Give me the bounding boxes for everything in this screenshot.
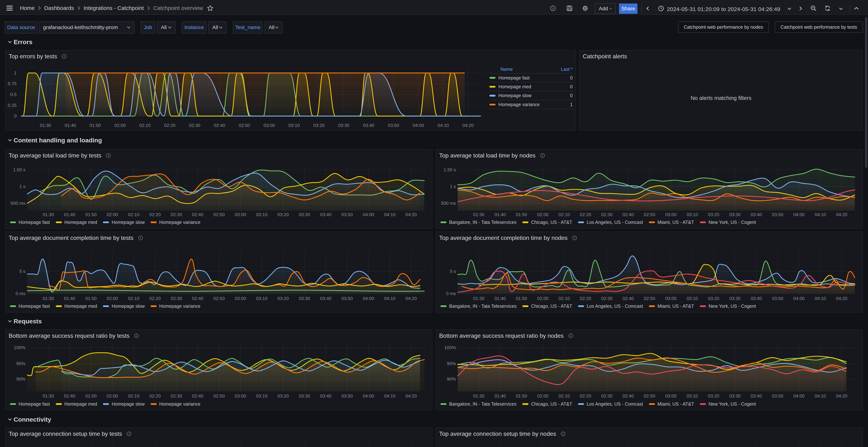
svg-text:01:50: 01:50 [516,393,527,399]
svg-text:01:30: 01:30 [42,393,54,399]
svg-text:0.25: 0.25 [8,103,17,108]
svg-text:01:40: 01:40 [494,296,506,301]
svg-text:01:30: 01:30 [473,393,485,399]
svg-text:03:30: 03:30 [730,393,741,399]
svg-text:01:30: 01:30 [40,123,51,128]
svg-text:0.75: 0.75 [8,81,17,86]
svg-text:03:20: 03:20 [278,212,289,217]
svg-text:0.5: 0.5 [10,92,17,97]
svg-text:04:00: 04:00 [363,212,374,217]
svg-text:04:20: 04:20 [836,296,847,301]
svg-text:03:00: 03:00 [264,123,275,128]
svg-text:02:20: 02:20 [580,212,591,217]
svg-text:03:50: 03:50 [341,212,353,217]
svg-text:02:30: 02:30 [171,212,182,217]
svg-text:02:40: 02:40 [623,296,634,301]
svg-text:02:40: 02:40 [623,212,634,217]
svg-text:04:20: 04:20 [836,212,847,217]
svg-text:01:50: 01:50 [85,393,97,399]
svg-text:04:10: 04:10 [384,212,396,217]
svg-text:0: 0 [14,113,17,118]
svg-text:01:50: 01:50 [85,212,97,217]
svg-text:1: 1 [14,70,17,75]
svg-text:03:30: 03:30 [299,212,310,217]
svg-text:04:10: 04:10 [815,212,826,217]
svg-text:02:40: 02:40 [214,123,225,128]
svg-text:03:40: 03:40 [320,212,332,217]
svg-text:03:50: 03:50 [341,296,353,301]
svg-text:02:20: 02:20 [149,212,161,217]
svg-text:500 ms: 500 ms [441,201,456,206]
svg-text:01:50: 01:50 [516,296,527,301]
svg-text:02:30: 02:30 [601,212,613,217]
svg-text:01:30: 01:30 [42,212,54,217]
svg-text:03:10: 03:10 [256,296,268,301]
svg-text:01:30: 01:30 [42,296,54,301]
svg-text:04:20: 04:20 [836,393,847,399]
svg-text:03:50: 03:50 [772,393,783,399]
svg-text:03:30: 03:30 [299,393,310,399]
svg-text:02:20: 02:20 [580,393,591,399]
svg-text:95%: 95% [447,361,456,366]
svg-text:02:10: 02:10 [558,212,570,217]
svg-text:01:40: 01:40 [494,212,506,217]
svg-text:03:40: 03:40 [750,212,762,217]
svg-text:5 s: 5 s [450,269,456,274]
svg-text:02:30: 02:30 [189,123,200,128]
svg-text:02:20: 02:20 [580,296,591,301]
svg-text:03:40: 03:40 [320,393,332,399]
svg-text:500 ms: 500 ms [10,201,25,206]
svg-text:03:30: 03:30 [730,212,741,217]
svg-text:03:20: 03:20 [708,296,719,301]
svg-text:04:00: 04:00 [793,393,805,399]
svg-text:04:10: 04:10 [815,393,826,399]
svg-text:01:40: 01:40 [494,393,506,399]
svg-text:02:00: 02:00 [106,296,118,301]
svg-text:02:10: 02:10 [128,296,140,301]
svg-text:1 s: 1 s [450,184,456,189]
svg-text:03:20: 03:20 [708,393,719,399]
svg-text:04:10: 04:10 [437,123,449,128]
svg-text:02:40: 02:40 [192,393,204,399]
svg-text:02:00: 02:00 [537,212,549,217]
svg-text:03:20: 03:20 [278,296,289,301]
svg-text:5 s: 5 s [19,269,25,274]
svg-text:03:00: 03:00 [665,296,677,301]
svg-text:03:20: 03:20 [313,123,324,128]
svg-text:90%: 90% [17,377,25,381]
svg-text:04:10: 04:10 [384,393,396,399]
svg-text:02:10: 02:10 [139,123,151,128]
svg-text:02:10: 02:10 [558,393,570,399]
svg-text:03:30: 03:30 [338,123,349,128]
svg-text:95%: 95% [17,361,25,366]
svg-text:03:10: 03:10 [687,212,698,217]
svg-text:02:30: 02:30 [601,393,613,399]
svg-text:02:20: 02:20 [149,393,161,399]
svg-text:01:30: 01:30 [473,212,485,217]
svg-text:03:00: 03:00 [665,212,677,217]
svg-text:01:30: 01:30 [473,296,485,301]
svg-text:02:50: 02:50 [213,212,225,217]
svg-text:04:00: 04:00 [413,123,424,128]
svg-text:01:50: 01:50 [85,296,97,301]
svg-text:03:40: 03:40 [750,296,762,301]
svg-text:04:00: 04:00 [363,393,374,399]
svg-text:01:40: 01:40 [64,393,75,399]
svg-text:03:10: 03:10 [687,393,698,399]
svg-text:01:40: 01:40 [64,296,75,301]
svg-text:02:10: 02:10 [128,393,140,399]
svg-text:02:20: 02:20 [149,296,161,301]
svg-text:02:50: 02:50 [213,296,225,301]
svg-text:02:50: 02:50 [644,393,655,399]
svg-text:03:00: 03:00 [665,393,677,399]
svg-text:100%: 100% [444,345,456,350]
svg-text:04:20: 04:20 [462,123,474,128]
svg-text:0 ms: 0 ms [16,291,25,296]
svg-text:04:00: 04:00 [793,296,805,301]
svg-text:02:00: 02:00 [114,123,126,128]
svg-text:03:20: 03:20 [708,212,719,217]
svg-text:04:00: 04:00 [793,212,805,217]
svg-text:02:00: 02:00 [106,393,118,399]
svg-text:02:10: 02:10 [128,212,140,217]
svg-text:03:20: 03:20 [278,393,289,399]
